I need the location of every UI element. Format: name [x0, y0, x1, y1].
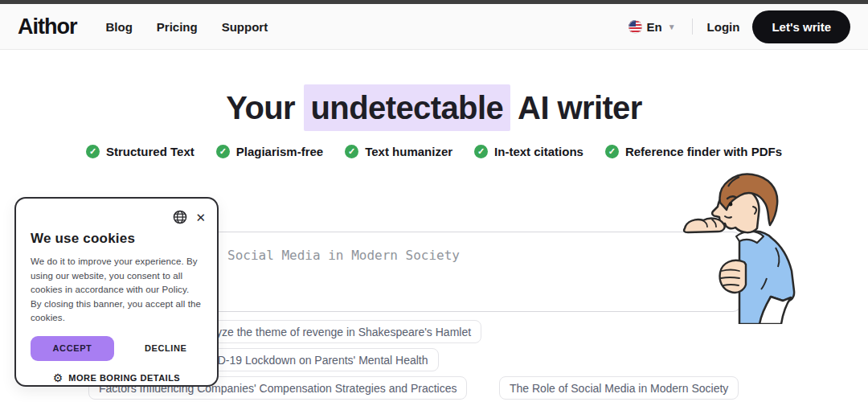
- cookie-title: We use cookies: [31, 231, 203, 247]
- feature-reference-finder: ✓ Reference finder with PDFs: [605, 145, 782, 158]
- page-title: Your undetectable AI writer: [0, 90, 868, 126]
- nav-links: Blog Pricing Support: [105, 20, 268, 34]
- nav-link-pricing[interactable]: Pricing: [157, 20, 198, 34]
- navbar: Aithor Blog Pricing Support En ▼: [0, 4, 868, 50]
- page: Aithor Blog Pricing Support En ▼: [0, 0, 868, 402]
- feature-list: ✓ Structured Text ✓ Plagiarism-free ✓ Te…: [0, 145, 868, 158]
- cookie-banner: ✕ We use cookies We do it to improve you…: [14, 197, 219, 387]
- check-icon: ✓: [605, 145, 619, 158]
- title-prefix: Your: [226, 90, 295, 125]
- language-selector[interactable]: En ▼: [628, 20, 676, 34]
- cookie-banner-icons: ✕: [173, 210, 206, 224]
- check-icon: ✓: [216, 145, 230, 158]
- language-label: En: [647, 20, 662, 34]
- check-icon: ✓: [474, 145, 488, 158]
- close-icon[interactable]: ✕: [195, 211, 206, 224]
- chevron-down-icon: ▼: [668, 23, 676, 31]
- nav-link-support[interactable]: Support: [222, 20, 268, 34]
- accept-button[interactable]: ACCEPT: [31, 336, 114, 361]
- nav-divider: [692, 18, 693, 35]
- feature-label: Plagiarism-free: [236, 145, 323, 158]
- logo[interactable]: Aithor: [18, 14, 76, 39]
- check-icon: ✓: [86, 145, 100, 158]
- login-link[interactable]: Login: [707, 20, 740, 34]
- gear-icon: ⚙: [53, 372, 63, 384]
- suggestion-chip[interactable]: Analyze the theme of revenge in Shakespe…: [183, 320, 481, 343]
- feature-in-text-citations: ✓ In-text citations: [474, 145, 583, 158]
- decline-button[interactable]: DECLINE: [145, 343, 186, 353]
- suggestion-chip[interactable]: The Role of Social Media in Modern Socie…: [499, 376, 739, 400]
- check-icon: ✓: [345, 145, 358, 158]
- cookie-actions: ACCEPT DECLINE: [31, 336, 203, 361]
- cookie-body: We do it to improve your experience. By …: [31, 255, 203, 326]
- topic-input-card: [211, 232, 741, 312]
- feature-label: Structured Text: [106, 145, 194, 158]
- navbar-right: En ▼ Login Let's write: [628, 10, 851, 43]
- title-suffix: AI writer: [518, 90, 642, 125]
- more-details-button[interactable]: ⚙ MORE BORING DETAILS: [31, 372, 203, 384]
- topic-input[interactable]: [211, 232, 740, 311]
- details-label: MORE BORING DETAILS: [68, 373, 180, 383]
- feature-plagiarism-free: ✓ Plagiarism-free: [216, 145, 323, 158]
- title-highlight: undetectable: [304, 84, 511, 131]
- globe-icon[interactable]: [173, 210, 187, 224]
- feature-text-humanizer: ✓ Text humanizer: [345, 145, 452, 158]
- feature-structured-text: ✓ Structured Text: [86, 145, 194, 158]
- feature-label: In-text citations: [494, 145, 583, 158]
- peeking-man-illustration: [672, 167, 817, 324]
- us-flag-icon: [628, 20, 642, 34]
- feature-label: Text humanizer: [365, 145, 452, 158]
- nav-link-blog[interactable]: Blog: [105, 20, 132, 34]
- lets-write-button[interactable]: Let's write: [752, 10, 850, 43]
- feature-label: Reference finder with PDFs: [625, 145, 782, 158]
